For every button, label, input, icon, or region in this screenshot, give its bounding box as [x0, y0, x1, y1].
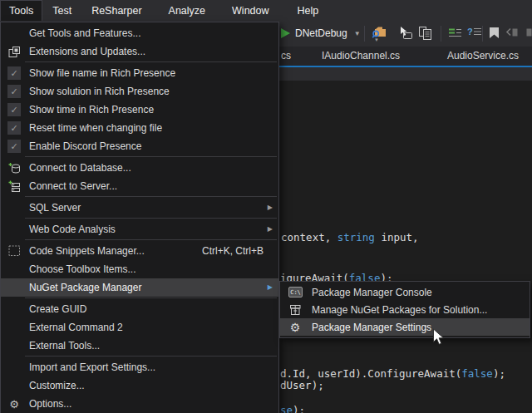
menu-item-customize[interactable]: Customize... — [1, 376, 278, 395]
menubar-label: Analyze — [169, 5, 205, 17]
svg-text:C:\: C:\ — [290, 289, 301, 296]
toolbar-separator — [482, 26, 483, 42]
menu-item-connect-to-database[interactable]: Connect to Database... — [1, 159, 278, 177]
menu-item-connect-to-server[interactable]: Connect to Server... — [1, 177, 278, 195]
code-keyword: string — [337, 231, 375, 243]
menu-item-extensions-and-updates[interactable]: Extensions and Updates... — [1, 42, 278, 61]
menu-item-label: Create GUID — [29, 303, 86, 315]
document-tab[interactable]: IAudioChannel.cs — [322, 50, 400, 61]
code-text: d.Id, userId).ConfigureAwait( — [280, 367, 461, 380]
menu-gutter: ✓ — [1, 103, 27, 116]
menu-item-sql-server[interactable]: SQL Server ▶ — [1, 199, 278, 217]
menu-item-choose-toolbox-items[interactable]: Choose Toolbox Items... — [1, 260, 278, 278]
checkmark-icon: ✓ — [7, 121, 21, 135]
checkmark-icon: ✓ — [7, 66, 21, 80]
menu-item-external-command-2[interactable]: External Command 2 — [1, 318, 278, 337]
menubar-item-help[interactable]: Help — [288, 0, 329, 21]
submenu-item-package-manager-console[interactable]: C:\ Package Manager Console — [280, 283, 530, 301]
code-text: input, — [375, 231, 419, 243]
submenu-arrow-icon: ▶ — [268, 226, 273, 233]
document-tab[interactable]: AudioService.cs — [447, 50, 519, 61]
extensions-icon — [8, 46, 21, 58]
submenu-item-package-manager-settings[interactable]: ⚙ Package Manager Settings — [280, 318, 530, 336]
document-tab[interactable]: cs — [281, 50, 291, 61]
menu-gutter: ✓ — [1, 140, 27, 153]
next-bookmark-button[interactable] — [526, 27, 532, 38]
mouse-cursor — [432, 328, 445, 346]
chevron-down-icon: ▼ — [354, 30, 361, 37]
toggle-bookmark-button[interactable] — [489, 27, 500, 39]
menu-gutter: ✓ — [1, 85, 27, 98]
run-config-label: DNetDebug — [295, 27, 347, 39]
menu-item-label: Import and Export Settings... — [29, 361, 155, 373]
caret-glyph: ▼ — [374, 37, 379, 42]
menu-item-show-solution-rich-presence[interactable]: ✓ Show solution in Rich Presence — [1, 82, 278, 101]
submenu-item-label: Manage NuGet Packages for Solution... — [312, 304, 487, 316]
previous-bookmark-button[interactable] — [505, 27, 519, 38]
code-keyword: false — [461, 367, 493, 380]
bookmark-icon — [489, 27, 500, 39]
menu-item-get-tools-and-features[interactable]: Get Tools and Features... — [1, 24, 278, 42]
quick-info-button[interactable] — [397, 27, 413, 40]
play-icon — [281, 28, 290, 38]
toolbar-separator — [441, 26, 441, 42]
menu-item-reset-time-when-changing-file[interactable]: ✓ Reset time when changing file — [1, 119, 278, 137]
code-snippets-icon — [8, 245, 21, 257]
code-line: dUser); — [280, 379, 324, 391]
nuget-package-manager-submenu: C:\ Package Manager Console Manage NuGet… — [279, 281, 530, 338]
menubar-item-tools[interactable]: Tools — [0, 0, 42, 21]
menu-item-web-code-analysis[interactable]: Web Code Analysis ▶ — [1, 220, 278, 238]
menu-item-import-export-settings[interactable]: Import and Export Settings... — [1, 358, 278, 376]
checkmark-icon: ✓ — [7, 103, 21, 116]
code-text: context, — [281, 231, 337, 243]
package-icon — [289, 304, 302, 316]
tools-menu: Get Tools and Features... Extensions and… — [0, 22, 279, 413]
submenu-item-manage-nuget-packages[interactable]: Manage NuGet Packages for Solution... — [280, 301, 530, 318]
code-line: d.Id, userId).ConfigureAwait(false); — [280, 367, 505, 380]
copy-lines-button[interactable] — [418, 26, 432, 40]
gear-icon: ⚙ — [290, 322, 301, 333]
menu-item-create-guid[interactable]: Create GUID — [1, 300, 278, 318]
menubar-label: Test — [52, 5, 71, 17]
menu-item-show-time-rich-presence[interactable]: ✓ Show time in Rich Presence — [1, 101, 278, 119]
comment-lines-button[interactable] — [448, 27, 462, 39]
menu-item-options[interactable]: ⚙ Options... — [1, 395, 278, 413]
menu-item-label: NuGet Package Manager — [29, 282, 141, 293]
menu-item-external-tools[interactable]: External Tools... — [1, 337, 278, 355]
menubar-item-test[interactable]: Test — [42, 0, 81, 21]
menubar-item-resharper[interactable]: ReSharper — [81, 0, 151, 21]
run-button[interactable] — [281, 28, 290, 38]
comment-lines-icon — [448, 27, 462, 39]
run-config-dropdown[interactable]: DNetDebug ▼ — [295, 27, 361, 39]
submenu-item-label: Package Manager Settings — [312, 322, 431, 333]
submenu-arrow-icon: ▶ — [268, 284, 273, 291]
menu-gutter: ✓ — [1, 121, 27, 135]
menu-item-label: Enable Discord Presence — [29, 140, 141, 152]
checkmark-icon: ✓ — [7, 85, 21, 98]
menu-item-label: Extensions and Updates... — [29, 46, 145, 57]
code-text: ); — [493, 367, 505, 380]
menu-gutter: ✓ — [1, 66, 27, 80]
menu-bar: Tools Test ReSharper Analyze Window Help — [0, 0, 532, 21]
menu-item-label: Connect to Database... — [29, 162, 131, 174]
lines-icon — [474, 27, 482, 37]
menu-item-code-snippets-manager[interactable]: Code Snippets Manager... Ctrl+K, Ctrl+B — [1, 242, 278, 260]
menu-item-enable-discord-presence[interactable]: ✓ Enable Discord Presence — [1, 137, 278, 155]
code-text: ); — [293, 404, 305, 413]
checkmark-icon: ✓ — [7, 140, 21, 153]
menu-gutter: ⚙ — [1, 399, 27, 410]
menubar-item-window[interactable]: Window — [222, 0, 278, 21]
menu-item-label: Connect to Server... — [29, 180, 117, 192]
menu-item-label: Get Tools and Features... — [29, 27, 141, 39]
toolbar-separator — [364, 26, 365, 42]
menu-item-show-file-name-rich-presence[interactable]: ✓ Show file name in Rich Presence — [1, 64, 278, 82]
menubar-label: ReSharper — [91, 5, 141, 17]
submenu-gutter: ⚙ — [280, 322, 310, 333]
find-dropdown-caret-icon[interactable]: ▼ — [374, 37, 379, 42]
menu-gutter — [1, 162, 27, 175]
copy-lines-icon — [418, 26, 432, 40]
menu-item-nuget-package-manager[interactable]: NuGet Package Manager ▶ — [1, 278, 278, 297]
menu-item-label: Choose Toolbox Items... — [29, 263, 136, 275]
menubar-item-analyze[interactable]: Analyze — [159, 0, 215, 21]
quick-actions-button[interactable]: ? — [467, 27, 482, 37]
